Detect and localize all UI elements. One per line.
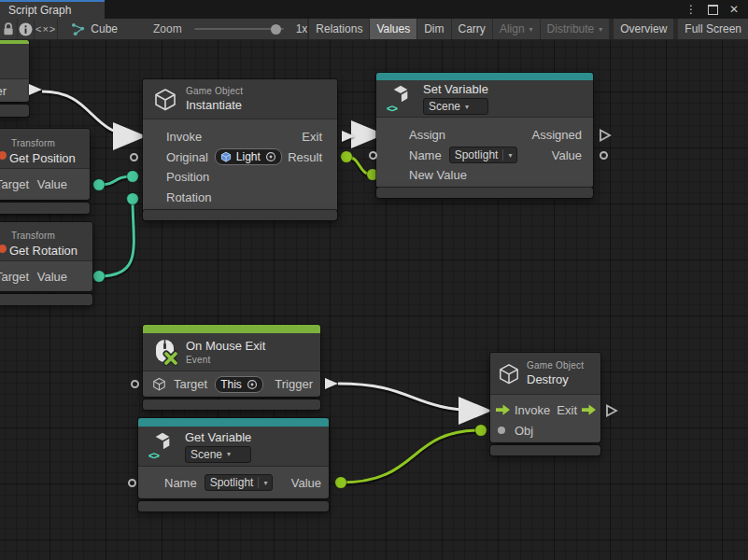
node-header: <> Set Variable Scene ▾: [376, 80, 593, 118]
target-object-field[interactable]: This: [215, 376, 263, 393]
chevron-down-icon: ▾: [263, 479, 267, 487]
node-title: Get Variable: [185, 430, 251, 444]
exit-output-port[interactable]: [342, 131, 355, 142]
trigger-output-port[interactable]: [29, 84, 42, 95]
exit-output-port[interactable]: [605, 404, 618, 417]
button-label: Values: [376, 22, 410, 35]
assign-label: Assign: [409, 128, 445, 142]
assigned-label: Assigned: [532, 128, 582, 142]
lock-button[interactable]: [0, 19, 18, 39]
original-label: Original: [166, 150, 208, 164]
assigned-output-port[interactable]: [599, 129, 612, 142]
target-label: Target: [0, 177, 29, 191]
rotation-label: Rotation: [166, 190, 211, 204]
exit-label: Exit: [302, 130, 322, 144]
target-label: Target: [0, 270, 29, 284]
name-value: Spotlight: [455, 148, 499, 161]
name-input-port[interactable]: [369, 151, 377, 160]
toolbar-button-distribute[interactable]: Distribute▾: [540, 19, 610, 39]
node-get-variable[interactable]: <> Get Variable Scene ▾ Name Spotlight ▾…: [138, 418, 329, 498]
variable-name-dropdown[interactable]: Spotlight ▾: [205, 474, 274, 491]
original-input-port[interactable]: [130, 153, 138, 161]
graph-canvas[interactable]: Trigger Transform Get Position Target Va…: [0, 40, 748, 560]
toolbar-button-full-screen[interactable]: Full Screen: [677, 19, 748, 39]
window-close-icon[interactable]: ✕: [729, 4, 739, 15]
name-label: Name: [409, 148, 442, 162]
port-row-target-trigger: Target This Trigger: [143, 371, 320, 397]
value-label: Value: [37, 270, 67, 284]
prefab-cube-icon: [220, 151, 232, 162]
object-picker-icon[interactable]: [247, 379, 258, 390]
toolbar-button-values[interactable]: Values: [369, 19, 416, 39]
toolbar-button-dim[interactable]: Dim: [416, 19, 450, 39]
scope-value: Scene: [191, 448, 222, 461]
value-output-port[interactable]: [600, 151, 608, 160]
name-input-port[interactable]: [128, 479, 136, 487]
port-row-new-value: New Value: [376, 165, 593, 185]
node-title: Get Position: [9, 151, 76, 165]
button-label: Distribute: [547, 22, 595, 35]
unity-script-graph-window: { "titlebar": { "tab_title": "Script Gra…: [0, 0, 748, 560]
node-on-mouse-exit[interactable]: On Mouse Exit Event Target This Trigger: [143, 325, 320, 397]
button-label: Relations: [316, 22, 362, 35]
window-maximize-icon[interactable]: [708, 5, 718, 15]
info-button[interactable]: [18, 19, 35, 39]
zoom-value: 1x: [296, 22, 308, 35]
node-title: Instantiate: [186, 98, 243, 112]
toolbar-button-align[interactable]: Align▾: [492, 19, 540, 39]
scene-variable-icon: <>: [148, 431, 176, 461]
zoom-slider[interactable]: [194, 28, 284, 30]
chevron-down-icon: ▾: [529, 25, 533, 34]
tab-script-graph[interactable]: Script Graph: [0, 0, 105, 19]
exit-label: Exit: [557, 403, 577, 417]
connection-instantiate-exit-to-setvariable-assign[interactable]: [354, 134, 379, 137]
trigger-output-port[interactable]: [325, 378, 338, 389]
event-strip: [143, 325, 320, 333]
variable-scope-dropdown[interactable]: Scene ▾: [185, 446, 251, 463]
chevron-down-icon: ▾: [508, 151, 512, 160]
scene-variable-icon: <>: [387, 84, 415, 114]
position-label: Position: [166, 170, 209, 184]
code-preview-button[interactable]: <×>: [35, 19, 58, 39]
node-set-variable[interactable]: <> Set Variable Scene ▾ Assign Assigned …: [376, 73, 593, 188]
node-category: Transform: [11, 231, 55, 241]
object-picker-icon[interactable]: [265, 151, 276, 162]
node-footer: [490, 445, 600, 455]
flow-arrow-icon: [582, 404, 596, 415]
graph-name: Cube: [91, 22, 118, 35]
node-event-partial[interactable]: Trigger: [0, 40, 29, 102]
port-row-assign-assigned: Assign Assigned: [376, 124, 593, 145]
node-instantiate[interactable]: Game Object Instantiate Invoke Exit Orig…: [143, 79, 337, 212]
port-row-target-value: Target Value: [0, 261, 92, 291]
toolbar-button-overview[interactable]: Overview: [613, 19, 673, 39]
value-label: Value: [291, 476, 321, 490]
flow-arrow-icon: [496, 404, 510, 415]
window-menu-icon[interactable]: ⋮: [685, 4, 697, 15]
connections-layer: [0, 40, 748, 560]
node-header: Transform Get Position: [0, 129, 90, 169]
button-label: Carry: [459, 22, 486, 35]
value-label: Value: [552, 148, 582, 162]
variable-name-dropdown[interactable]: Spotlight ▾: [449, 147, 518, 163]
port-row-invoke-exit: Invoke Exit: [143, 127, 337, 147]
button-label: Full Screen: [684, 22, 741, 35]
transform-icon: [0, 151, 7, 160]
original-object-field[interactable]: Light: [215, 148, 282, 165]
toolbar-button-relations[interactable]: Relations: [308, 19, 369, 39]
chevron-down-icon: ▾: [465, 103, 469, 111]
variable-strip: [138, 418, 329, 427]
zoom-slider-handle[interactable]: [271, 24, 281, 35]
node-header: Game Object Instantiate: [143, 79, 337, 119]
node-footer: [0, 105, 29, 117]
connection-getvariable-value-to-destroy-obj[interactable]: [335, 425, 487, 489]
variable-scope-dropdown[interactable]: Scene ▾: [423, 98, 488, 115]
node-get-rotation[interactable]: Transform Get Rotation Target Value: [0, 222, 92, 291]
node-get-position[interactable]: Transform Get Position Target Value: [0, 129, 90, 200]
port-row-target-value: Target Value: [0, 169, 90, 200]
node-destroy[interactable]: Game Object Destroy Invoke Exit Obj: [490, 353, 600, 442]
connection-getposition-value-to-instantiate-position[interactable]: [93, 171, 139, 191]
toolbar-button-carry[interactable]: Carry: [451, 19, 492, 39]
connection-mouseexit-trigger-to-destroy-invoke[interactable]: [338, 384, 487, 412]
target-input-port[interactable]: [131, 380, 139, 388]
connection-getrotation-value-to-instantiate-rotation[interactable]: [93, 193, 139, 283]
